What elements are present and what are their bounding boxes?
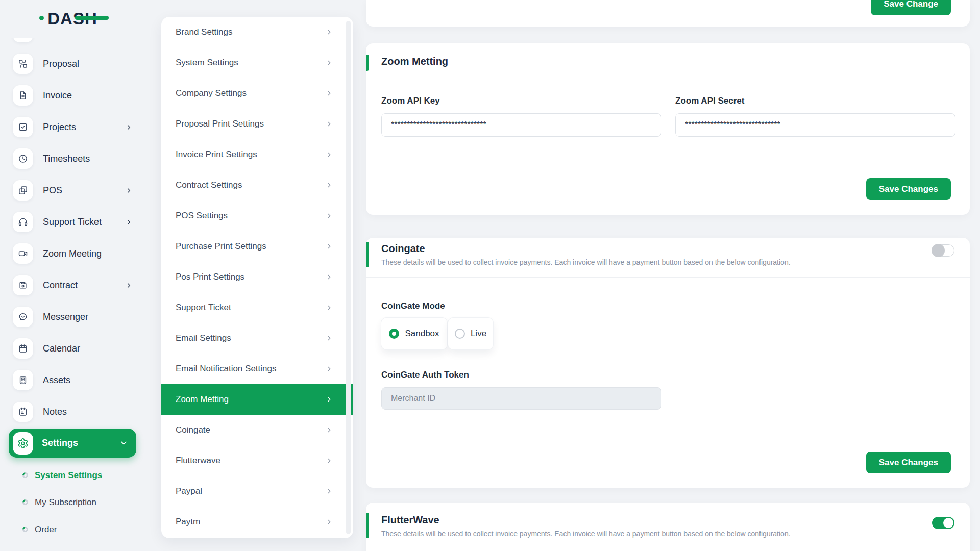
settings-menu-item-purchase-print-settings[interactable]: Purchase Print Settings: [161, 231, 353, 262]
settings-menu-item-email-notification-settings[interactable]: Email Notification Settings: [161, 354, 353, 384]
coingate-card: Coingate These details will be used to c…: [366, 238, 970, 488]
divider: [366, 164, 970, 164]
sidebar-item-label: Zoom Meeting: [43, 248, 145, 259]
accent-bar: [366, 513, 369, 538]
settings-menu-item-label: System Settings: [176, 58, 238, 68]
settings-menu-item-paytm[interactable]: Paytm: [161, 507, 353, 537]
sidebar: Product & Service Proposal Invoice Proje…: [0, 0, 145, 551]
toggle-knob: [943, 518, 953, 528]
card-title: Zoom Metting: [381, 56, 448, 67]
card-description: These details will be used to collect in…: [381, 258, 791, 266]
sidebar-item-assets[interactable]: Assets: [0, 364, 145, 396]
coingate-mode-sandbox-option[interactable]: Sandbox: [381, 318, 447, 349]
sidebar-item-notes[interactable]: Notes: [0, 396, 145, 428]
coingate-auth-token-input[interactable]: [381, 387, 662, 410]
zoom-api-secret-input[interactable]: [675, 113, 955, 137]
divider: [366, 81, 970, 81]
settings-menu-item-brand-settings[interactable]: Brand Settings: [161, 17, 353, 47]
sidebar-item-timesheets[interactable]: Timesheets: [0, 143, 145, 174]
app-logo[interactable]: DASH: [0, 0, 145, 38]
chevron-down-icon: [119, 439, 128, 447]
settings-menu-item-invoice-print-settings[interactable]: Invoice Print Settings: [161, 139, 353, 170]
sidebar-item-calendar[interactable]: Calendar: [0, 333, 145, 364]
chevron-right-icon: [125, 218, 133, 226]
sidebar-item-proposal[interactable]: Proposal: [0, 48, 145, 80]
chevron-right-icon: [326, 335, 333, 342]
sidebar-item-pos[interactable]: POS: [0, 174, 145, 206]
sidebar-item-label: Projects: [43, 122, 125, 133]
sidebar-item-label: Contract: [43, 280, 125, 291]
sidebar-item-invoice[interactable]: Invoice: [0, 80, 145, 111]
invoice-file-icon: [13, 85, 33, 106]
accent-bar: [366, 55, 369, 71]
card-title: FlutterWave: [381, 514, 439, 526]
sidebar-item-label: Notes: [43, 407, 145, 417]
notepad-icon: [13, 402, 33, 422]
copy-squares-icon: [13, 180, 33, 201]
sidebar-item-label: Calendar: [43, 343, 145, 354]
save-change-button[interactable]: Save Change: [871, 0, 951, 15]
chevron-right-icon: [125, 123, 133, 131]
settings-menu-item-zoom-metting[interactable]: Zoom Metting: [161, 384, 353, 415]
settings-menu-panel: Brand Settings System Settings Company S…: [161, 17, 353, 538]
bullet-icon: [21, 471, 30, 480]
chevron-right-icon: [326, 182, 333, 189]
coingate-mode-live-option[interactable]: Live: [448, 318, 493, 349]
chevron-right-icon: [326, 427, 333, 434]
settings-menu-item-label: Company Settings: [176, 88, 247, 98]
settings-menu-item-contract-settings[interactable]: Contract Settings: [161, 170, 353, 201]
chat-bubble-icon: [13, 307, 33, 327]
check-square-icon: [13, 117, 33, 137]
settings-menu-item-label: Email Settings: [176, 333, 231, 343]
settings-menu-item-pos-settings[interactable]: POS Settings: [161, 201, 353, 231]
settings-menu-item-flutterwave[interactable]: Flutterwave: [161, 445, 353, 476]
logo-text: DASH: [47, 9, 97, 29]
main-content: Save Change Zoom Metting Zoom API Key Zo…: [366, 0, 970, 551]
zoom-api-secret-label: Zoom API Secret: [675, 96, 744, 106]
coingate-toggle[interactable]: [932, 244, 954, 257]
divider: [366, 277, 970, 278]
subnav-item-my-subscription[interactable]: My Subscription: [0, 489, 145, 516]
subnav-item-order[interactable]: Order: [0, 516, 145, 543]
settings-menu-item-pos-print-settings[interactable]: Pos Print Settings: [161, 262, 353, 292]
sidebar-item-label: Support Ticket: [43, 217, 125, 228]
settings-menu-item-label: Email Notification Settings: [176, 364, 276, 374]
save-changes-button[interactable]: Save Changes: [866, 452, 951, 473]
settings-menu-item-paypal[interactable]: Paypal: [161, 476, 353, 507]
sidebar-nav: Product & Service Proposal Invoice Proje…: [0, 28, 145, 543]
settings-menu-item-label: POS Settings: [176, 211, 228, 221]
chevron-right-icon: [125, 282, 133, 289]
settings-menu-scrollbar[interactable]: [346, 21, 351, 534]
settings-menu-item-label: Flutterwave: [176, 456, 220, 466]
divider: [366, 437, 970, 437]
chevron-right-icon: [326, 59, 333, 66]
sidebar-item-settings[interactable]: Settings: [0, 428, 145, 459]
chevron-right-icon: [326, 457, 333, 464]
sidebar-item-contract[interactable]: Contract: [0, 269, 145, 301]
flutterwave-toggle[interactable]: [932, 517, 954, 529]
settings-menu-item-label: Purchase Print Settings: [176, 241, 266, 252]
settings-menu-item-system-settings[interactable]: System Settings: [161, 47, 353, 78]
settings-menu-item-support-ticket[interactable]: Support Ticket: [161, 292, 353, 323]
settings-menu-item-coingate[interactable]: Coingate: [161, 415, 353, 445]
gear-icon: [13, 432, 33, 455]
sidebar-item-projects[interactable]: Projects: [0, 111, 145, 143]
floppy-disk-icon: [13, 275, 33, 295]
workflow-icon: [13, 54, 33, 74]
chevron-right-icon: [326, 396, 333, 403]
sidebar-item-support-ticket[interactable]: Support Ticket: [0, 206, 145, 238]
sidebar-item-label: Assets: [43, 375, 145, 386]
settings-menu-item-email-settings[interactable]: Email Settings: [161, 323, 353, 354]
chevron-right-icon: [326, 273, 333, 281]
settings-menu-item-company-settings[interactable]: Company Settings: [161, 78, 353, 109]
save-changes-button[interactable]: Save Changes: [866, 178, 951, 200]
sidebar-item-messenger[interactable]: Messenger: [0, 301, 145, 333]
zoom-api-key-input[interactable]: [381, 113, 662, 137]
settings-menu-item-proposal-print-settings[interactable]: Proposal Print Settings: [161, 109, 353, 139]
chevron-right-icon: [326, 365, 333, 372]
chevron-right-icon: [326, 212, 333, 219]
accent-bar: [366, 242, 369, 267]
headphones-icon: [13, 212, 33, 232]
subnav-item-system-settings[interactable]: System Settings: [0, 462, 145, 489]
sidebar-item-zoom-meeting[interactable]: Zoom Meeting: [0, 238, 145, 269]
